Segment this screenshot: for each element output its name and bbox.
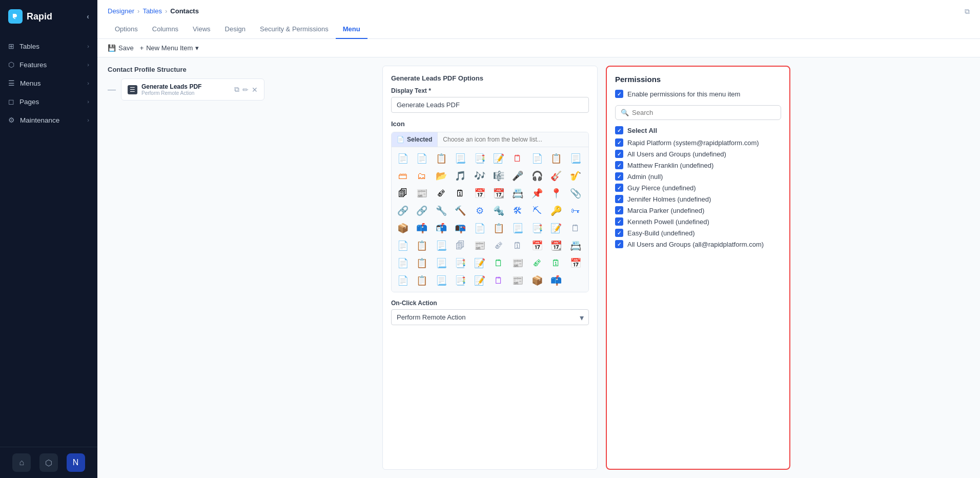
flow-button[interactable]: ⬡ — [39, 453, 58, 472]
tab-options[interactable]: Options — [108, 21, 145, 39]
permissions-search-input[interactable] — [632, 109, 775, 116]
select-all-checkbox[interactable] — [615, 126, 623, 134]
icon-cell[interactable]: 📆 — [491, 185, 507, 202]
icon-cell[interactable]: 📑 — [472, 150, 488, 167]
icon-cell[interactable]: 🛠 — [509, 203, 526, 219]
icon-cell[interactable]: 📑 — [452, 272, 468, 289]
icon-cell[interactable]: 📭 — [452, 220, 468, 236]
icon-cell[interactable]: 📍 — [548, 185, 564, 202]
icon-cell[interactable]: 📇 — [509, 185, 526, 202]
delete-action-button[interactable]: ✕ — [252, 86, 258, 94]
icon-cell[interactable]: 🗓 — [452, 185, 468, 202]
perm-checkbox-6[interactable] — [615, 206, 623, 214]
icon-cell[interactable]: 📝 — [548, 220, 564, 236]
icon-cell[interactable]: 🎸 — [548, 168, 564, 184]
icon-cell[interactable]: 📄 — [395, 272, 411, 289]
new-menu-item-button[interactable]: + New Menu Item ▾ — [140, 44, 199, 52]
home-button[interactable]: ⌂ — [12, 453, 31, 472]
copy-action-button[interactable]: ⧉ — [234, 85, 239, 94]
sidebar-item-menus[interactable]: ☰ Menus › — [0, 74, 97, 92]
icon-cell[interactable]: 📋 — [414, 272, 430, 289]
icon-cell[interactable]: 📦 — [529, 272, 545, 289]
perm-checkbox-3[interactable] — [615, 172, 623, 181]
sidebar-item-tables[interactable]: ⊞ Tables › — [0, 37, 97, 55]
icon-cell[interactable]: 📰 — [509, 255, 526, 271]
icon-cell[interactable]: 📫 — [414, 220, 430, 236]
icon-cell[interactable]: 📅 — [472, 185, 488, 202]
sidebar-collapse-button[interactable]: ‹ — [87, 12, 89, 21]
breadcrumb-designer[interactable]: Designer — [108, 7, 134, 15]
icon-cell[interactable]: 📄 — [472, 220, 488, 236]
icon-cell[interactable]: ⚙ — [472, 203, 488, 219]
icon-cell[interactable]: 📑 — [529, 220, 545, 236]
icon-cell[interactable]: 🎧 — [529, 168, 545, 184]
icon-cell[interactable]: 🗐 — [452, 237, 468, 254]
icon-cell[interactable]: 📄 — [414, 150, 430, 167]
save-button[interactable]: 💾 Save — [108, 44, 134, 52]
tab-menu[interactable]: Menu — [336, 21, 368, 39]
icon-search-input[interactable] — [438, 132, 588, 147]
icon-cell[interactable] — [567, 272, 584, 289]
icon-cell[interactable]: 📰 — [414, 185, 430, 202]
icon-cell[interactable]: 🗒 — [491, 272, 507, 289]
icon-cell[interactable]: 📃 — [452, 150, 468, 167]
icon-cell[interactable]: 🗒 — [509, 150, 526, 167]
icon-cell[interactable]: 🗞 — [433, 185, 450, 202]
icon-cell[interactable]: 🔑 — [548, 203, 564, 219]
icon-cell[interactable]: 🔗 — [414, 203, 430, 219]
icon-cell[interactable]: 📝 — [472, 272, 488, 289]
breadcrumb-tables[interactable]: Tables — [142, 7, 162, 15]
icon-cell[interactable]: 📆 — [548, 237, 564, 254]
tab-security[interactable]: Security & Permissions — [253, 21, 336, 39]
icon-cell[interactable]: 🗃 — [395, 168, 411, 184]
icon-cell[interactable]: 📝 — [491, 150, 507, 167]
icon-cell[interactable]: 📝 — [472, 255, 488, 271]
icon-cell[interactable]: 📋 — [491, 220, 507, 236]
icon-cell[interactable]: 🎤 — [509, 168, 526, 184]
icon-cell[interactable]: 🎷 — [567, 168, 584, 184]
tab-design[interactable]: Design — [218, 21, 253, 39]
icon-cell[interactable]: 📃 — [433, 272, 450, 289]
icon-cell[interactable]: 📰 — [472, 237, 488, 254]
icon-cell[interactable]: 📃 — [509, 220, 526, 236]
icon-cell[interactable]: 📑 — [452, 255, 468, 271]
icon-cell[interactable]: 📋 — [433, 150, 450, 167]
icon-cell[interactable]: 🗓 — [548, 255, 564, 271]
icon-cell[interactable]: 📃 — [567, 150, 584, 167]
icon-cell[interactable]: 🗝 — [567, 203, 584, 219]
icon-cell[interactable]: 🎵 — [452, 168, 468, 184]
enable-permissions-checkbox[interactable] — [615, 90, 623, 98]
icon-cell[interactable]: 📂 — [433, 168, 450, 184]
icon-cell[interactable]: 🗐 — [395, 185, 411, 202]
icon-cell[interactable]: 📅 — [567, 255, 584, 271]
tab-columns[interactable]: Columns — [145, 21, 186, 39]
icon-cell[interactable]: 📌 — [529, 185, 545, 202]
icon-cell[interactable]: 🔨 — [452, 203, 468, 219]
icon-cell[interactable]: 🗓 — [509, 237, 526, 254]
icon-cell[interactable]: 📋 — [548, 150, 564, 167]
icon-cell[interactable]: 📰 — [509, 272, 526, 289]
perm-checkbox-8[interactable] — [615, 229, 623, 237]
icon-cell[interactable]: 🔗 — [395, 203, 411, 219]
perm-checkbox-1[interactable] — [615, 150, 623, 158]
icon-cell[interactable]: 📋 — [414, 237, 430, 254]
icon-cell[interactable]: 🗞 — [491, 237, 507, 254]
chart-button[interactable]: N — [67, 453, 85, 472]
icon-cell[interactable]: 📃 — [433, 255, 450, 271]
sidebar-item-features[interactable]: ⬡ Features › — [0, 55, 97, 74]
icon-cell[interactable]: 📎 — [567, 185, 584, 202]
icon-cell[interactable]: 🎶 — [472, 168, 488, 184]
icon-cell[interactable]: 🗂 — [414, 168, 430, 184]
icon-cell[interactable]: 🎼 — [491, 168, 507, 184]
icon-cell[interactable]: ⛏ — [529, 203, 545, 219]
perm-checkbox-5[interactable] — [615, 195, 623, 203]
icon-cell[interactable]: 📅 — [529, 237, 545, 254]
display-text-input[interactable] — [391, 97, 589, 113]
icon-cell[interactable]: 📫 — [548, 272, 564, 289]
perm-checkbox-9[interactable] — [615, 240, 623, 248]
icon-cell[interactable]: 📄 — [529, 150, 545, 167]
icon-cell[interactable]: 🔧 — [433, 203, 450, 219]
perm-checkbox-4[interactable] — [615, 184, 623, 192]
perm-checkbox-2[interactable] — [615, 161, 623, 169]
icon-cell[interactable]: 📄 — [395, 255, 411, 271]
